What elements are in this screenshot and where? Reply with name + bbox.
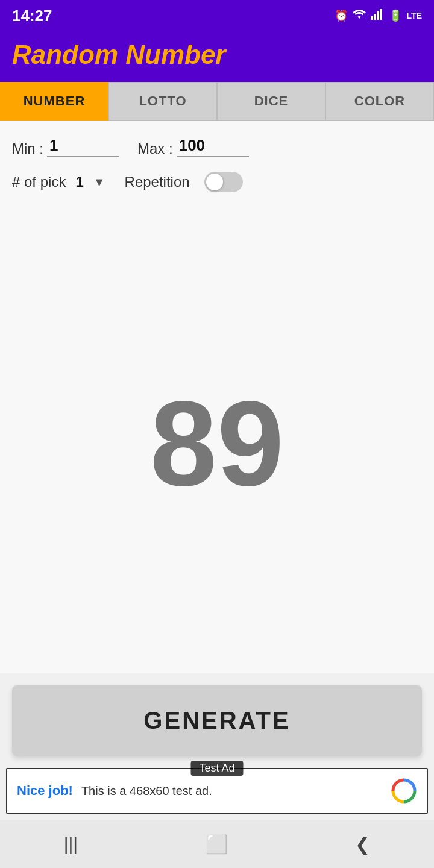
svg-rect-2 [377, 11, 379, 20]
tab-color[interactable]: COLOR [326, 82, 434, 121]
ad-tag-label: Test Ad [190, 761, 243, 776]
pick-label: # of pick [12, 174, 66, 190]
svg-rect-1 [374, 14, 376, 20]
ad-logo-icon [391, 778, 417, 804]
pick-row: # of pick 1 ▼ Repetition [12, 172, 422, 192]
min-max-row: Min : Max : [12, 135, 422, 157]
max-input[interactable] [177, 135, 249, 157]
chevron-down-icon: ▼ [93, 175, 105, 189]
result-container: 89 [12, 216, 422, 659]
tab-lotto[interactable]: LOTTO [108, 82, 217, 121]
signal-icon [371, 9, 384, 23]
tab-number[interactable]: NUMBER [0, 82, 108, 121]
pick-value: 1 [75, 174, 83, 190]
generate-button[interactable]: GENERATE [12, 685, 422, 756]
nav-bar: ||| ⬜ ❮ [0, 820, 434, 868]
status-bar: 14:27 ⏰ 🔋 LTE [0, 0, 434, 31]
min-label: Min : [12, 140, 43, 157]
generate-btn-container: GENERATE [0, 673, 434, 768]
pick-dropdown[interactable]: ▼ [93, 175, 105, 189]
min-field-group: Min : [12, 135, 119, 157]
tab-bar: NUMBER LOTTO DICE COLOR [0, 82, 434, 121]
ad-nicejob: Nice job! [17, 783, 73, 799]
app-header: Random Number [0, 31, 434, 82]
main-content: Min : Max : # of pick 1 ▼ Repetition 89 [0, 121, 434, 673]
max-label: Max : [137, 140, 173, 157]
repetition-toggle[interactable] [204, 172, 243, 192]
status-time: 14:27 [12, 7, 52, 25]
tab-dice[interactable]: DICE [217, 82, 326, 121]
app-title: Random Number [12, 40, 225, 69]
nav-back-icon[interactable]: ❮ [355, 834, 370, 855]
nav-recent-icon[interactable]: ||| [64, 834, 78, 855]
ad-text: This is a 468x60 test ad. [81, 784, 391, 798]
svg-rect-0 [371, 16, 373, 20]
result-number: 89 [150, 383, 284, 504]
toggle-thumb [206, 174, 223, 190]
max-field-group: Max : [137, 135, 249, 157]
wifi-icon [353, 9, 366, 23]
alarm-icon: ⏰ [335, 9, 348, 22]
svg-rect-3 [380, 9, 382, 20]
repetition-label: Repetition [125, 174, 190, 190]
lte-icon: LTE [407, 11, 422, 20]
min-input[interactable] [47, 135, 119, 157]
status-icons: ⏰ 🔋 LTE [335, 9, 422, 23]
battery-icon: 🔋 [389, 9, 402, 22]
nav-home-icon[interactable]: ⬜ [206, 834, 228, 855]
ad-banner: Test Ad Nice job! This is a 468x60 test … [6, 768, 428, 814]
